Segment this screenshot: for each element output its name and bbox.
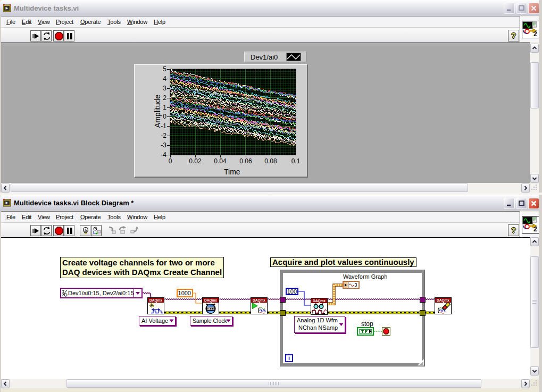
svg-text:DAQmx: DAQmx xyxy=(313,298,326,303)
svg-text:2: 2 xyxy=(533,30,537,37)
svg-text:2: 2 xyxy=(533,226,537,232)
svg-text:DAQmx: DAQmx xyxy=(437,298,450,303)
svg-text:DAQmx: DAQmx xyxy=(253,298,266,303)
svg-text:DAQmx: DAQmx xyxy=(149,298,163,303)
svg-text:DAQmx: DAQmx xyxy=(204,298,218,303)
